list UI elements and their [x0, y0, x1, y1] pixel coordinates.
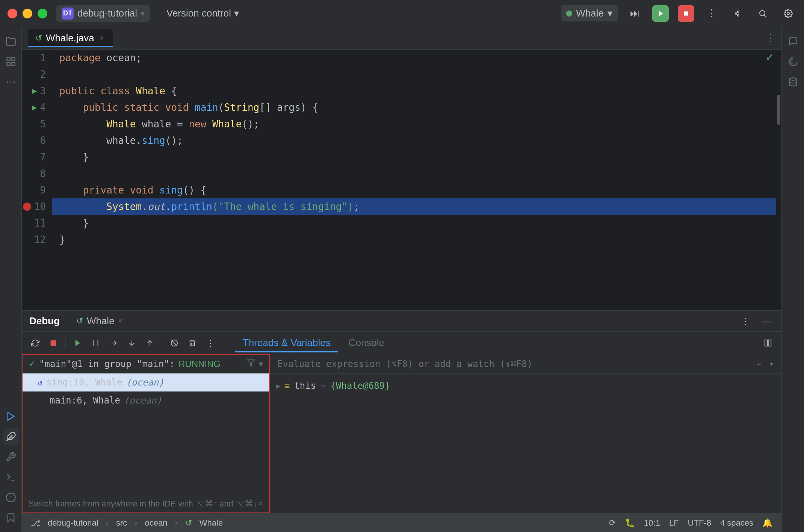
notification-icon[interactable]: 🔔 — [762, 518, 772, 528]
sidebar-folder-icon[interactable] — [3, 33, 19, 50]
frame-list: ↺ sing:10, Whale (ocean) main:6, Whale (… — [23, 373, 269, 495]
project-chevron-icon: ▾ — [141, 9, 145, 18]
session-close-button[interactable]: × — [118, 317, 123, 325]
sidebar-plugin-icon[interactable] — [3, 428, 19, 445]
settings-button[interactable] — [780, 5, 796, 22]
debug-layout-button[interactable] — [760, 336, 775, 351]
run-config-selector[interactable]: Whale ▾ — [561, 5, 618, 21]
threads-variables-tab[interactable]: Threads & Variables — [235, 334, 338, 352]
frame-package-sing: (ocean) — [126, 377, 164, 388]
version-control-button[interactable]: Version control ▾ — [161, 5, 244, 21]
main-layout: ⋯ ↺ Whale.java × ⋮ — [0, 27, 804, 532]
debug-tab-label: Debug — [29, 315, 60, 326]
thread-name: "main"@1 in group "main": — [39, 359, 175, 369]
thread-footer-hint: Switch frames from anywhere in the IDE w… — [23, 495, 269, 512]
frame-item-main[interactable]: main:6, Whale (ocean) — [23, 391, 269, 410]
search-icon — [758, 9, 767, 18]
stop-button[interactable] — [678, 5, 694, 22]
editor-checkmark-icon: ✓ — [765, 51, 774, 63]
sync-status-icon[interactable]: ⟳ — [609, 518, 616, 528]
sidebar-terminal-icon[interactable] — [3, 469, 19, 485]
debug-more-button[interactable]: ⋮ — [738, 314, 753, 329]
run-button[interactable] — [652, 5, 669, 22]
debug-more-actions-button[interactable]: ⋮ — [203, 336, 218, 351]
file-encoding[interactable]: UTF-8 — [688, 518, 711, 528]
variables-panel: Evaluate expression (⌥F8) or add a watch… — [270, 354, 781, 513]
file-tab-whale-java[interactable]: ↺ Whale.java × — [28, 29, 113, 47]
add-watch-button[interactable]: ＋ — [755, 358, 763, 370]
right-spiral-icon[interactable] — [785, 53, 801, 70]
file-tab-icon: ↺ — [35, 33, 42, 43]
project-name: debug-tutorial — [77, 8, 137, 19]
variable-item-this[interactable]: ▶ ≡ this = {Whale@689} — [276, 378, 775, 394]
maximize-button[interactable] — [38, 9, 47, 18]
sidebar-debug-run-icon[interactable] — [3, 408, 19, 425]
debug-clear-all-button[interactable] — [185, 336, 200, 351]
right-ai-icon[interactable] — [785, 33, 801, 50]
debug-resume-button[interactable] — [70, 336, 85, 351]
debug-step-into-button[interactable] — [124, 336, 139, 351]
thread-running-status: RUNNING — [178, 359, 221, 369]
debug-pause-button[interactable] — [88, 336, 103, 351]
more-options-button[interactable]: ⋮ — [703, 5, 720, 22]
run-arrow-icon[interactable]: ▶ — [32, 83, 37, 99]
debug-tab[interactable]: Debug — [29, 312, 60, 330]
sidebar-more-icon[interactable]: ⋯ — [3, 74, 19, 90]
debug-mute-breakpoints-button[interactable] — [167, 336, 182, 351]
debug-step-over-button[interactable] — [106, 336, 121, 351]
project-selector[interactable]: DT debug-tutorial ▾ — [56, 5, 150, 22]
ocean-path[interactable]: ocean — [145, 518, 168, 528]
code-container[interactable]: 1 2 ▶ 3 ▶ 4 5 6 7 8 9 — [22, 50, 781, 310]
debug-panel: Debug ↺ Whale × ⋮ — — [22, 310, 781, 513]
editor-scrollbar-thumb[interactable] — [777, 95, 780, 125]
debug-minimize-button[interactable]: — — [759, 314, 774, 329]
debug-toolbar-separator-1 — [65, 337, 66, 349]
variable-equals: = — [320, 381, 326, 391]
sidebar-warning-icon[interactable] — [3, 489, 19, 506]
code-line-5: Whale whale = new Whale(); — [52, 116, 776, 132]
evaluate-expression-bar[interactable]: Evaluate expression (⌥F8) or add a watch… — [270, 354, 781, 374]
debug-restart-button[interactable] — [28, 336, 43, 351]
src-path[interactable]: src — [116, 518, 127, 528]
line-ending[interactable]: LF — [669, 518, 679, 528]
variable-expand-icon[interactable]: ▶ — [276, 381, 280, 390]
console-tab[interactable]: Console — [341, 334, 392, 352]
search-button[interactable] — [754, 5, 771, 22]
minimize-button[interactable] — [23, 9, 32, 18]
breakpoint-indicator[interactable] — [23, 203, 31, 211]
debug-session-tab[interactable]: ↺ Whale × — [71, 314, 128, 328]
sidebar-bookmark-icon[interactable] — [3, 509, 19, 526]
debug-tabs-right: ⋮ — — [738, 314, 774, 329]
thread-footer-close-button[interactable]: × — [258, 499, 263, 509]
svg-rect-28 — [765, 340, 768, 346]
run-arrow-icon[interactable]: ▶ — [32, 99, 37, 116]
tab-more-button[interactable]: ⋮ — [766, 32, 775, 44]
sidebar-tool-icon[interactable] — [3, 449, 19, 465]
svg-point-1 — [735, 13, 737, 14]
gutter-line-2: 2 — [22, 66, 46, 83]
file-tab-close-button[interactable]: × — [98, 33, 106, 43]
run-parallel-button[interactable]: ⏭ — [627, 5, 643, 22]
thread-filter-button[interactable] — [247, 359, 255, 369]
thread-expand-button[interactable]: ▾ — [259, 359, 263, 369]
current-file-name[interactable]: Whale — [199, 518, 223, 528]
code-line-6: whale.sing(); — [52, 132, 776, 149]
evaluate-dropdown-button[interactable]: ▾ — [769, 359, 774, 369]
debug-stop-button[interactable] — [46, 336, 61, 351]
frame-item-sing[interactable]: ↺ sing:10, Whale (ocean) — [23, 373, 269, 391]
gutter-line-5: 5 — [22, 116, 46, 132]
variable-type-icon: ≡ — [285, 381, 290, 391]
editor-tab-bar: ↺ Whale.java × ⋮ — [22, 27, 781, 50]
sidebar-structure-icon[interactable] — [3, 53, 19, 70]
debug-session-name: Whale — [87, 315, 115, 327]
evaluate-placeholder: Evaluate expression (⌥F8) or add a watch… — [277, 359, 532, 369]
debug-step-out-button[interactable] — [142, 336, 157, 351]
editor-scrollbar[interactable] — [776, 50, 781, 310]
share-button[interactable] — [729, 5, 745, 22]
indent-settings[interactable]: 4 spaces — [720, 518, 753, 528]
right-database-icon[interactable] — [785, 74, 801, 90]
code-lines[interactable]: package ocean; public class Whale { publ… — [52, 50, 776, 310]
cursor-position[interactable]: 10:1 — [644, 518, 660, 528]
project-path[interactable]: debug-tutorial — [48, 518, 98, 528]
close-button[interactable] — [8, 9, 17, 18]
